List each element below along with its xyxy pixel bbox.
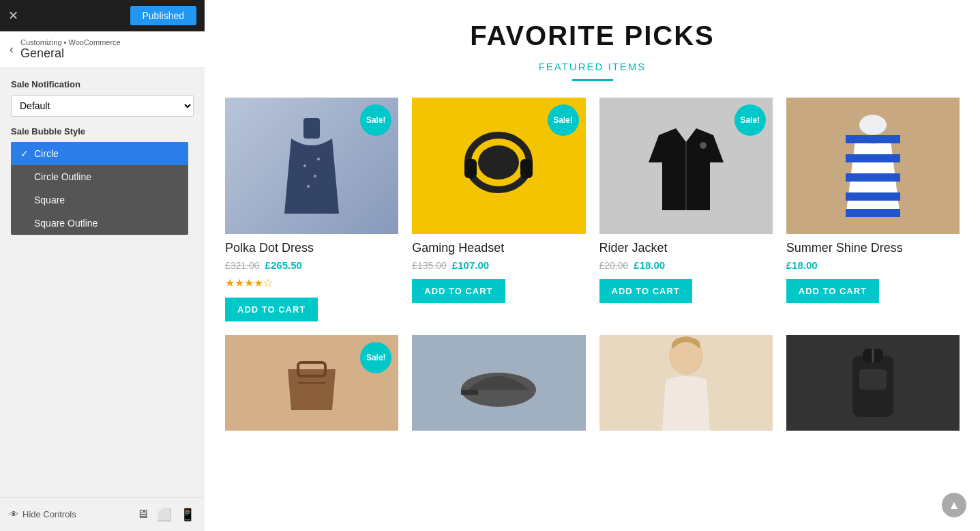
svg-rect-13 bbox=[846, 173, 900, 182]
eye-icon: 👁 bbox=[10, 509, 18, 519]
svg-rect-12 bbox=[846, 154, 900, 162]
add-to-cart-gaming-headset[interactable]: ADD TO CART bbox=[412, 279, 505, 303]
nav-title: General bbox=[20, 46, 121, 61]
sale-badge-polka-dot-dress: Sale! bbox=[360, 104, 391, 136]
hide-controls-button[interactable]: 👁 Hide Controls bbox=[10, 509, 76, 519]
sale-badge-rider-jacket: Sale! bbox=[734, 104, 766, 136]
product-name-gaming-headset: Gaming Headset bbox=[412, 241, 585, 255]
svg-rect-11 bbox=[846, 135, 900, 143]
svg-rect-6 bbox=[464, 159, 477, 178]
back-button[interactable]: ‹ bbox=[10, 42, 14, 57]
bubble-option-circle-label: Circle bbox=[34, 148, 59, 159]
add-to-cart-summer-shine-dress[interactable]: ADD TO CART bbox=[786, 279, 879, 303]
svg-rect-0 bbox=[303, 118, 320, 139]
left-panel: ✕ Published ‹ Customizing • WooCommerce … bbox=[0, 0, 205, 531]
product-price-polka-dot-dress: £321.00 £265.50 bbox=[225, 259, 398, 271]
bubble-style-dropdown: ✓ Circle ✓ Circle Outline ✓ Square ✓ Squ… bbox=[11, 142, 188, 235]
sale-notification-label: Sale Notification bbox=[11, 79, 194, 89]
products-grid: Sale! Polka Dot Dress £321.00 £265.50 ★★… bbox=[225, 98, 960, 431]
product-image-polka-dot-dress: Sale! bbox=[225, 98, 398, 234]
bubble-style-label: Sale Bubble Style bbox=[11, 126, 194, 137]
new-price-summer-shine-dress: £18.00 bbox=[786, 259, 818, 271]
product-price-summer-shine-dress: £18.00 bbox=[786, 259, 960, 271]
svg-rect-7 bbox=[520, 159, 533, 178]
svg-point-10 bbox=[859, 115, 887, 135]
bubble-option-circle-outline[interactable]: ✓ Circle Outline bbox=[11, 165, 188, 188]
product-stars-polka-dot-dress: ★★★★☆ bbox=[225, 276, 398, 289]
old-price-rider-jacket: £20.00 bbox=[599, 260, 629, 271]
svg-point-9 bbox=[700, 142, 707, 149]
product-image-rider-jacket: Sale! bbox=[599, 98, 773, 234]
top-bar: ✕ Published bbox=[0, 0, 205, 31]
mobile-icon[interactable]: 📱 bbox=[180, 507, 195, 522]
product-card-polka-dot-dress: Sale! Polka Dot Dress £321.00 £265.50 ★★… bbox=[225, 98, 398, 321]
product-card-backpack bbox=[786, 335, 960, 431]
new-price-gaming-headset: £107.00 bbox=[452, 259, 489, 271]
product-card-summer-shine-dress: Summer Shine Dress £18.00 ADD TO CART bbox=[786, 98, 960, 321]
product-image-gaming-headset: Sale! bbox=[412, 98, 585, 234]
new-price-rider-jacket: £18.00 bbox=[634, 259, 665, 271]
featured-label: FEATURED ITEMS bbox=[225, 61, 960, 72]
svg-point-2 bbox=[314, 175, 316, 177]
product-name-polka-dot-dress: Polka Dot Dress bbox=[225, 241, 398, 255]
desktop-icon[interactable]: 🖥 bbox=[136, 507, 149, 522]
bottom-bar: 👁 Hide Controls 🖥 ⬜ 📱 bbox=[0, 497, 205, 531]
bubble-option-square-outline-label: Square Outline bbox=[34, 218, 98, 229]
bubble-option-circle[interactable]: ✓ Circle bbox=[11, 142, 188, 165]
product-price-gaming-headset: £135.00 £107.00 bbox=[412, 259, 585, 271]
add-to-cart-polka-dot-dress[interactable]: ADD TO CART bbox=[225, 298, 318, 321]
nav-bar: ‹ Customizing • WooCommerce General bbox=[0, 31, 205, 68]
breadcrumb: Customizing • WooCommerce bbox=[20, 38, 121, 46]
product-card-gaming-headset: Sale! Gaming Headset £135.00 £107.00 ADD… bbox=[412, 98, 585, 321]
svg-point-4 bbox=[317, 158, 320, 160]
product-image-summer-shine-dress bbox=[786, 98, 960, 234]
store-panel: FAVORITE PICKS FEATURED ITEMS Sale! Polk… bbox=[205, 0, 980, 531]
nav-info: Customizing • WooCommerce General bbox=[20, 38, 121, 61]
device-icons: 🖥 ⬜ 📱 bbox=[136, 507, 195, 522]
svg-rect-19 bbox=[461, 390, 478, 395]
bubble-option-square-label: Square bbox=[34, 195, 65, 205]
product-card-bag: Sale! bbox=[225, 335, 398, 431]
product-name-rider-jacket: Rider Jacket bbox=[599, 241, 773, 255]
svg-rect-15 bbox=[846, 209, 900, 217]
section-divider bbox=[572, 79, 613, 81]
sale-badge-gaming-headset: Sale! bbox=[548, 104, 579, 136]
close-button[interactable]: ✕ bbox=[8, 8, 18, 23]
check-icon: ✓ bbox=[20, 148, 29, 159]
product-image-backpack bbox=[786, 335, 960, 431]
bubble-option-circle-outline-label: Circle Outline bbox=[34, 171, 91, 182]
product-image-cap bbox=[412, 335, 585, 431]
product-image-bag: Sale! bbox=[225, 335, 398, 431]
svg-point-3 bbox=[307, 185, 310, 188]
old-price-polka-dot-dress: £321.00 bbox=[225, 260, 260, 271]
bubble-option-square[interactable]: ✓ Square bbox=[11, 188, 188, 212]
svg-rect-23 bbox=[859, 369, 887, 390]
product-card-rider-jacket: Sale! Rider Jacket £20.00 £18.00 ADD TO … bbox=[599, 98, 773, 321]
store-title: FAVORITE PICKS bbox=[225, 20, 960, 51]
svg-rect-14 bbox=[846, 192, 900, 201]
product-price-rider-jacket: £20.00 £18.00 bbox=[599, 259, 773, 271]
published-button[interactable]: Published bbox=[130, 6, 197, 25]
new-price-polka-dot-dress: £265.50 bbox=[265, 259, 302, 271]
product-image-woman bbox=[599, 335, 773, 431]
sale-notification-select[interactable]: Default Custom None bbox=[11, 95, 194, 117]
panel-content: Sale Notification Default Custom None Sa… bbox=[0, 68, 205, 497]
sale-badge-bag: Sale! bbox=[360, 342, 391, 373]
product-card-woman bbox=[599, 335, 773, 431]
hide-controls-label: Hide Controls bbox=[23, 509, 76, 519]
add-to-cart-rider-jacket[interactable]: ADD TO CART bbox=[599, 279, 692, 303]
bubble-option-square-outline[interactable]: ✓ Square Outline bbox=[11, 212, 188, 235]
tablet-icon[interactable]: ⬜ bbox=[157, 507, 172, 522]
scroll-to-top-button[interactable]: ▲ bbox=[942, 493, 966, 517]
svg-point-8 bbox=[478, 145, 519, 180]
svg-point-1 bbox=[303, 164, 306, 167]
product-name-summer-shine-dress: Summer Shine Dress bbox=[786, 241, 960, 255]
product-card-cap bbox=[412, 335, 585, 431]
old-price-gaming-headset: £135.00 bbox=[412, 260, 447, 271]
